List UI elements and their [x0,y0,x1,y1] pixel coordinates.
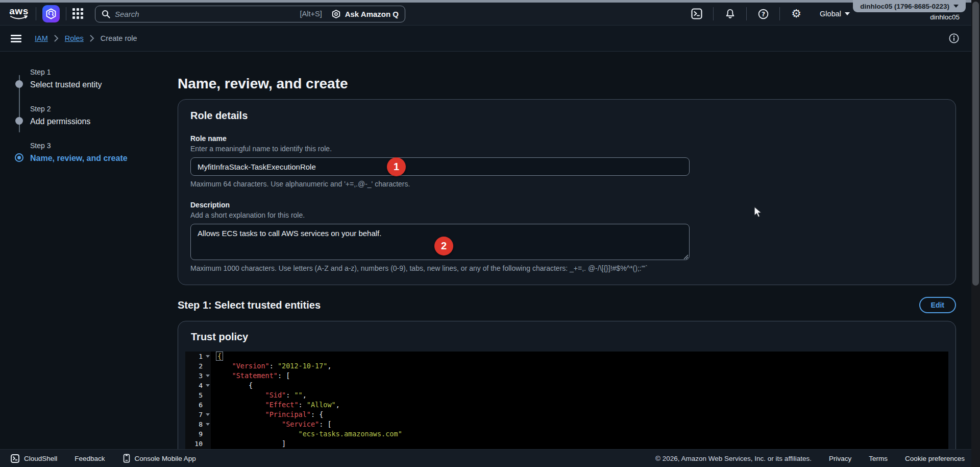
role-name-label: Role name [190,134,943,143]
annotation-badge-2: 2 [434,237,453,255]
step-number-label: Step 1 [30,68,178,77]
code-line: 4 { [185,381,948,390]
fold-toggle-icon[interactable] [206,355,210,358]
code-lines: 1{2 "Version": "2012-10-17",3 "Statement… [185,352,948,449]
search-placeholder: Search [115,10,300,18]
account-name-label: dinhloc05 [930,13,960,21]
code-line: 7 "Principal": { [185,410,948,419]
gutter-line-number: 5 [185,390,211,400]
account-menu-button[interactable]: dinhloc05 (1796-8685-0223) [853,0,966,12]
top-navigation-bar: aws Search [Alt+S] Ask Amazon Q [0,3,980,26]
role-details-card: Role details Role name Enter a meaningfu… [178,99,956,285]
cloudshell-footer-button[interactable]: CloudShell [10,454,57,463]
trust-policy-title: Trust policy [191,331,948,343]
side-menu-hamburger-icon[interactable] [11,35,21,42]
annotation-badge-1: 1 [387,157,406,176]
page-scrollbar-thumb[interactable] [972,2,979,286]
breadcrumb-current-page: Create role [101,34,137,42]
chevron-down-icon [845,12,850,15]
gutter-line-number: 6 [185,400,211,410]
divider [713,7,714,20]
breadcrumb-roles-link[interactable]: Roles [65,34,84,42]
notifications-bell-icon[interactable] [720,5,740,22]
feedback-button[interactable]: Feedback [75,455,105,462]
step-number-label: Step 2 [30,105,178,113]
settings-gear-icon[interactable]: ⚙ [786,5,806,22]
fold-toggle-icon[interactable] [206,413,210,416]
chevron-down-icon [953,5,959,8]
step-number-label: Step 3 [30,142,178,150]
gutter-line-number: 3 [185,371,211,381]
cloudshell-icon[interactable] [687,5,707,22]
fold-toggle-icon[interactable] [206,423,210,426]
console-mobile-app-label: Console Mobile App [135,455,196,462]
code-line: 10 ] [185,439,948,449]
region-selector[interactable]: Global [820,10,850,18]
gutter-line-number: 2 [185,361,211,371]
role-name-hint: Enter a meaningful name to identify this… [190,145,943,153]
description-hint: Add a short explanation for this role. [190,211,943,219]
code-line: 9 "ecs-tasks.amazonaws.com" [185,429,948,439]
step-complete-dot [15,117,23,125]
help-icon[interactable]: ? [753,5,773,22]
amazon-q-icon[interactable] [42,5,60,22]
step-3-item-active[interactable]: Step 3 Name, review, and create [15,142,178,164]
ask-amazon-q-label: Ask Amazon Q [345,10,399,18]
divider [746,7,747,20]
code-line: 5 "Sid": "", [185,390,948,400]
description-constraint: Maximum 1000 characters. Use letters (A-… [190,264,943,272]
terms-link[interactable]: Terms [869,455,888,462]
cloudshell-label: CloudShell [24,455,57,462]
services-grid-icon[interactable] [72,8,84,19]
console-mobile-app-button[interactable]: Console Mobile App [122,454,196,463]
aws-logo[interactable]: aws [8,7,30,20]
fold-toggle-icon[interactable] [206,375,210,377]
role-name-input[interactable] [190,157,690,176]
code-line: 8 "Service": [ [185,419,948,429]
region-label: Global [820,10,841,18]
breadcrumb-iam-link[interactable]: IAM [35,34,48,42]
copyright-text: © 2026, Amazon Web Services, Inc. or its… [655,455,812,462]
code-line: 6 "Effect": "Allow", [185,400,948,410]
gutter-line-number: 7 [185,410,211,419]
code-line: 3 "Statement": [ [185,371,948,381]
feedback-label: Feedback [75,455,105,462]
account-menu-label: dinhloc05 (1796-8685-0223) [860,3,949,10]
step-title[interactable]: Add permissions [30,116,178,127]
chevron-right-icon [90,35,94,42]
search-input[interactable]: Search [Alt+S] Ask Amazon Q [95,6,405,22]
main-panel: Name, review, and create Role details Ro… [178,52,956,449]
gutter-line-number: 1 [185,352,211,361]
wizard-steps-sidebar: Step 1 Select trusted entity Step 2 Add … [0,52,178,449]
step-title[interactable]: Select trusted entity [30,79,178,90]
search-icon [102,10,110,18]
breadcrumb: IAM Roles Create role [35,34,137,42]
cookie-preferences-link[interactable]: Cookie preferences [905,455,965,462]
divider [36,7,36,20]
ask-amazon-q-button[interactable]: Ask Amazon Q [331,9,399,19]
gutter-line-number: 9 [185,429,211,439]
step-title[interactable]: Name, review, and create [30,153,178,164]
code-line: 2 "Version": "2012-10-17", [185,361,948,371]
divider [779,7,780,20]
page-scrollbar-track[interactable] [971,0,980,467]
trust-policy-card: Trust policy 1{2 "Version": "2012-10-17"… [178,321,956,449]
trust-policy-code-editor[interactable]: 1{2 "Version": "2012-10-17",3 "Statement… [185,352,948,449]
gutter-line-number: 4 [185,381,211,390]
role-details-title: Role details [190,110,943,122]
q-hexagon-icon [331,9,341,19]
privacy-link[interactable]: Privacy [829,455,851,462]
console-footer: CloudShell Feedback Console Mobile App ©… [0,449,980,467]
page-title: Name, review, and create [178,76,956,92]
aws-smile-icon [10,15,28,20]
q-hexagon-icon [45,8,57,20]
active-step-radio-icon [15,153,23,162]
section-title-trusted-entities: Step 1: Select trusted entities [178,299,321,311]
info-icon[interactable] [948,33,960,44]
step-1-item[interactable]: Step 1 Select trusted entity [15,68,178,90]
description-label: Description [190,201,943,209]
step-2-item[interactable]: Step 2 Add permissions [15,105,178,127]
fold-toggle-icon[interactable] [206,384,210,387]
svg-text:?: ? [761,10,765,17]
edit-button[interactable]: Edit [919,297,956,313]
